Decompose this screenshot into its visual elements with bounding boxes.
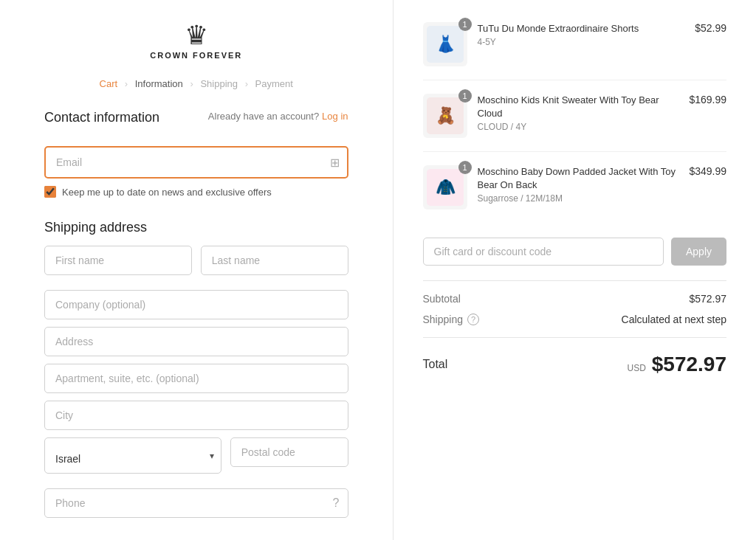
order-item-0: 👗 1 TuTu Du Monde Extraordinaire Shorts …	[423, 22, 727, 80]
svg-text:🧸: 🧸	[435, 105, 456, 125]
subtotal-value: $572.97	[689, 293, 726, 305]
logo-area: ♛ CROWN FOREVER	[44, 22, 348, 60]
apartment-input[interactable]	[44, 364, 348, 393]
grand-total-row: Total USD $572.97	[423, 345, 727, 384]
phone-help-icon[interactable]: ?	[333, 496, 340, 510]
item-badge-0: 1	[458, 18, 472, 31]
shipping-help-icon[interactable]: ?	[467, 314, 479, 325]
total-amount: $572.97	[652, 353, 726, 375]
breadcrumb-shipping: Shipping	[200, 78, 238, 89]
item-variant-2: Sugarrose / 12M/18M	[478, 193, 679, 204]
email-input[interactable]	[44, 146, 348, 179]
country-select-wrap: Country/Region Israel United States Unit…	[44, 437, 221, 474]
item-name-2: Moschino Baby Down Padded Jacket With To…	[478, 165, 679, 192]
subtotal-row: Subtotal $572.97	[423, 288, 727, 309]
shipping-row: Shipping ? Calculated at next step	[423, 309, 727, 330]
discount-code-input[interactable]	[423, 238, 664, 266]
city-input[interactable]	[44, 401, 348, 430]
email-icon: ⊞	[330, 156, 340, 170]
login-link[interactable]: Log in	[322, 111, 348, 122]
order-item-1: 🧸 1 Moschino Kids Knit Sweater With Toy …	[423, 94, 727, 152]
discount-row: Apply	[423, 238, 727, 266]
svg-text:👗: 👗	[435, 34, 456, 54]
country-select[interactable]: Israel United States United Kingdom	[44, 437, 221, 474]
divider-1	[423, 280, 727, 281]
svg-text:🧥: 🧥	[435, 177, 456, 197]
phone-input[interactable]	[44, 488, 348, 518]
item-badge-2: 1	[458, 161, 472, 174]
shipping-value: Calculated at next step	[622, 314, 726, 325]
company-input[interactable]	[44, 290, 348, 319]
brand-name: CROWN FOREVER	[150, 51, 242, 60]
newsletter-label: Keep me up to date on news and exclusive…	[62, 187, 272, 198]
item-badge-1: 1	[458, 89, 472, 103]
already-text: Already have an account?	[208, 111, 319, 122]
item-price-2: $349.99	[689, 165, 726, 177]
totals-section: Subtotal $572.97 Shipping ? Calculated a…	[423, 288, 727, 330]
breadcrumb-cart[interactable]: Cart	[100, 78, 118, 89]
subtotal-label: Subtotal	[423, 293, 461, 305]
order-items-list: 👗 1 TuTu Du Monde Extraordinaire Shorts …	[423, 22, 727, 223]
shipping-label: Shipping ?	[423, 314, 480, 325]
apply-discount-button[interactable]: Apply	[671, 238, 726, 266]
item-price-1: $169.99	[689, 94, 726, 105]
newsletter-row: Keep me up to date on news and exclusive…	[44, 186, 348, 198]
contact-section-title: Contact information	[44, 110, 159, 125]
first-name-input[interactable]	[44, 246, 192, 275]
order-item-2: 🧥 1 Moschino Baby Down Padded Jacket Wit…	[423, 165, 727, 223]
divider-2	[423, 337, 727, 338]
last-name-input[interactable]	[201, 246, 348, 275]
total-currency: USD	[628, 363, 646, 373]
breadcrumb-payment: Payment	[255, 78, 293, 89]
item-variant-0: 4-5Y	[478, 37, 685, 47]
breadcrumb: Cart › Information › Shipping › Payment	[44, 78, 348, 89]
phone-wrapper: ?	[44, 488, 348, 518]
email-field-wrapper: ⊞	[44, 146, 348, 179]
shipping-section-title: Shipping address	[44, 220, 348, 235]
postal-code-input[interactable]	[230, 437, 348, 467]
item-name-0: TuTu Du Monde Extraordinaire Shorts	[478, 22, 685, 35]
total-amount-wrap: USD $572.97	[628, 353, 726, 376]
item-name-1: Moschino Kids Knit Sweater With Toy Bear…	[478, 94, 679, 120]
newsletter-checkbox[interactable]	[44, 186, 56, 198]
total-label: Total	[423, 358, 448, 371]
breadcrumb-information: Information	[135, 78, 183, 89]
item-variant-1: CLOUD / 4Y	[478, 122, 679, 132]
item-price-0: $52.99	[695, 22, 726, 34]
crown-icon: ♛	[44, 22, 348, 49]
address-input[interactable]	[44, 327, 348, 356]
